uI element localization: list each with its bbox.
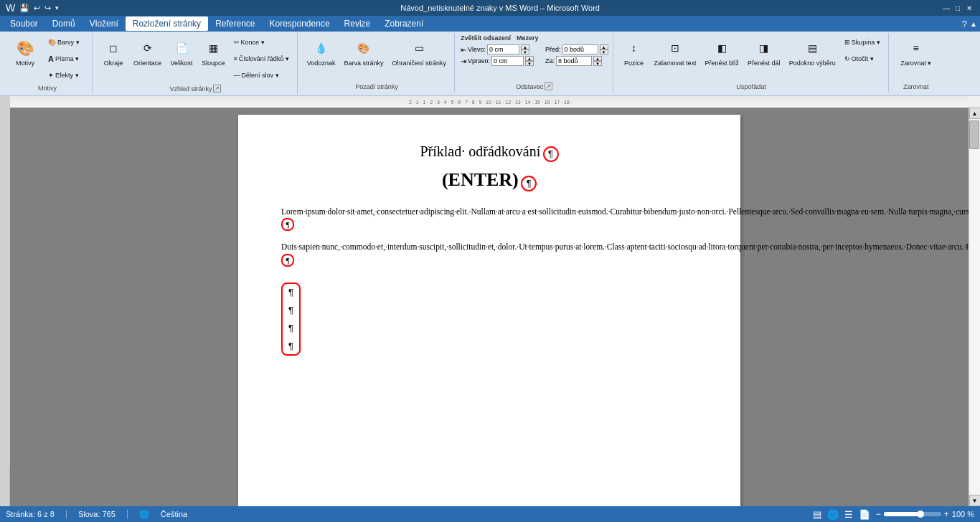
title-pilcrow: ¶ xyxy=(543,146,559,162)
document-page: Příklad· odřádkování ¶ (ENTER) ¶ Lorem·i… xyxy=(238,115,740,506)
doc-subtitle-container: (ENTER) ¶ xyxy=(281,169,697,191)
zarovnat-button[interactable]: ≡ Zarovnat ▾ xyxy=(895,34,938,69)
menu-domu[interactable]: Domů xyxy=(45,16,83,31)
scroll-down-btn[interactable]: ▼ xyxy=(969,495,981,506)
barva-stranky-label: Barva stránky xyxy=(344,60,383,67)
odstavec-expand-icon[interactable]: ↗ xyxy=(545,82,552,90)
vodoznak-button[interactable]: 💧 Vodoznak xyxy=(303,34,339,69)
main-area: Příklad· odřádkování ¶ (ENTER) ¶ Lorem·i… xyxy=(0,108,980,506)
barva-stranky-button[interactable]: 🎨 Barva stránky xyxy=(340,34,387,69)
status-page: Stránka: 6 z 8 xyxy=(6,510,55,518)
za-input[interactable] xyxy=(556,56,592,66)
menu-zobrazeni[interactable]: Zobrazení xyxy=(377,16,430,31)
minimize-btn[interactable]: — xyxy=(941,3,951,13)
view-draft-icon[interactable]: 📄 xyxy=(859,509,870,520)
vpravo-icon: ⇥ xyxy=(461,57,466,65)
view-web-icon[interactable]: 🌐 xyxy=(827,509,839,520)
scroll-thumb[interactable] xyxy=(969,120,979,149)
zoom-level[interactable]: 100 % xyxy=(952,510,974,518)
odstavec-section-indent: Zvětšit odsazení xyxy=(461,34,511,42)
menu-rozlozeni[interactable]: Rozložení stránky xyxy=(126,16,208,31)
otocit-button[interactable]: ↻ Otočit ▾ xyxy=(841,51,884,67)
pisma-button[interactable]: A Písma ▾ xyxy=(44,51,88,67)
ribbon-group-pozadi: 💧 Vodoznak 🎨 Barva stránky ▭ Ohraničení … xyxy=(299,33,455,92)
doc-title: Příklad· odřádkování xyxy=(420,143,540,159)
qat-save[interactable]: 💾 xyxy=(19,4,29,13)
maximize-btn[interactable]: □ xyxy=(953,3,963,13)
orientace-label: Orientace xyxy=(133,60,161,67)
cislovani-button[interactable]: ≡ Číslování řádků ▾ xyxy=(230,51,293,67)
prenest-dal-button[interactable]: ◨ Přenést dál xyxy=(744,34,784,69)
efekty-button[interactable]: ✦ Efekty ▾ xyxy=(44,67,88,83)
pozice-button[interactable]: ↕ Pozice xyxy=(619,34,649,69)
otocit-label: Otočit ▾ xyxy=(852,55,874,62)
scroll-up-btn[interactable]: ▲ xyxy=(969,108,981,119)
zoom-out-btn[interactable]: − xyxy=(876,509,881,519)
vlevo-input[interactable] xyxy=(487,44,519,54)
zoom-bar-fill xyxy=(884,512,918,516)
cislovani-icon: ≡ xyxy=(234,55,237,62)
zoom-in-btn[interactable]: + xyxy=(944,509,949,519)
empty-line-3: ¶ xyxy=(288,323,293,333)
pred-input[interactable] xyxy=(562,44,598,54)
vpravo-label: Vpravo: xyxy=(468,57,490,65)
ribbon-group-usporadat: ↕ Pozice ⊡ Zalamovat text ◧ Přenést blíž… xyxy=(615,33,889,92)
view-normal-icon[interactable]: ▤ xyxy=(813,509,821,520)
velikost-button[interactable]: 📄 Velikost xyxy=(166,34,197,69)
za-up[interactable]: ▲ xyxy=(593,56,602,61)
ribbon: 🎨 Motivy 🎨 Barvy ▾ A Písma ▾ ✦ Efekty ▾ xyxy=(0,32,980,96)
vzhled-expand-icon[interactable]: ↗ xyxy=(213,85,221,92)
vzhled-group-label: Vzhled stránky ↗ xyxy=(169,83,221,92)
scroll-track[interactable] xyxy=(969,119,980,495)
pisma-icon: A xyxy=(48,54,54,63)
view-outline-icon[interactable]: ☰ xyxy=(844,509,853,520)
za-down[interactable]: ▼ xyxy=(593,61,602,66)
zoom-handle[interactable] xyxy=(917,511,924,518)
deleni-icon: — xyxy=(234,72,240,79)
skupina-button[interactable]: ⊞ Skupina ▾ xyxy=(841,34,884,50)
skupina-label: Skupina ▾ xyxy=(852,39,880,46)
ohraniceni-button[interactable]: ▭ Ohraničení stránky xyxy=(388,34,450,69)
pisma-label: Písma ▾ xyxy=(55,55,79,62)
zarovnat-group-label: Zarovnat xyxy=(903,82,929,90)
empty-line-4: ¶ xyxy=(288,341,293,351)
zarovnat-icon: ≡ xyxy=(905,37,928,60)
zoom-bar[interactable] xyxy=(884,512,941,516)
orientace-button[interactable]: ⟳ Orientace xyxy=(130,34,165,69)
qat-undo[interactable]: ↩ xyxy=(34,4,40,13)
vlevo-up[interactable]: ▲ xyxy=(521,44,529,49)
menu-revize[interactable]: Revize xyxy=(337,16,378,31)
pozadi-group-label: Pozadí stránky xyxy=(355,82,398,90)
menu-korespondence[interactable]: Korespondence xyxy=(263,16,337,31)
deleni-button[interactable]: — Dělení slov ▾ xyxy=(230,67,293,83)
help-icon[interactable]: ? xyxy=(962,19,967,29)
vpravo-up[interactable]: ▲ xyxy=(525,56,534,61)
vlevo-down[interactable]: ▼ xyxy=(521,49,529,54)
motivy-button[interactable]: 🎨 Motivy xyxy=(7,34,43,69)
vpravo-down[interactable]: ▼ xyxy=(525,61,534,66)
close-btn[interactable]: ✕ xyxy=(964,3,974,13)
menu-soubor[interactable]: Soubor xyxy=(3,16,45,31)
prenest-bliz-button[interactable]: ◧ Přenést blíž xyxy=(702,34,743,69)
zoom-area: − + 100 % xyxy=(876,509,974,519)
zalamovat-button[interactable]: ⊡ Zalamovat text xyxy=(651,34,700,69)
pred-up[interactable]: ▲ xyxy=(600,44,608,49)
barvy-button[interactable]: 🎨 Barvy ▾ xyxy=(44,34,88,50)
ribbon-minimize-icon[interactable]: ▲ xyxy=(970,20,977,28)
konce-button[interactable]: ✂ Konce ▾ xyxy=(230,34,293,50)
title-bar: W 💾 ↩ ↪ ▾ Návod_netisknutelné znaky v MS… xyxy=(0,0,980,16)
ribbon-group-vzhled: ◻ Okraje ⟳ Orientace 📄 Velikost ▦ Sloupc… xyxy=(94,33,298,94)
pred-down[interactable]: ▼ xyxy=(600,49,608,54)
podokno-button[interactable]: ▤ Podokno výběru xyxy=(786,34,839,69)
sloupce-button[interactable]: ▦ Sloupce xyxy=(198,34,229,69)
vpravo-input[interactable] xyxy=(491,56,524,66)
okraje-button[interactable]: ◻ Okraje xyxy=(98,34,128,69)
qat-redo[interactable]: ↪ xyxy=(44,4,51,13)
document-scroll-area[interactable]: Příklad· odřádkování ¶ (ENTER) ¶ Lorem·i… xyxy=(10,108,969,506)
spacing-group: Před: ▲ ▼ Za: ▲ ▼ xyxy=(545,44,608,66)
odstavec-group-label: Odstavec ↗ xyxy=(516,81,552,90)
menu-vlozeni[interactable]: Vložení xyxy=(83,16,126,31)
konce-label: Konce ▾ xyxy=(241,39,265,46)
menu-reference[interactable]: Reference xyxy=(208,16,262,31)
vertical-scrollbar: ▲ ▼ xyxy=(969,108,980,506)
